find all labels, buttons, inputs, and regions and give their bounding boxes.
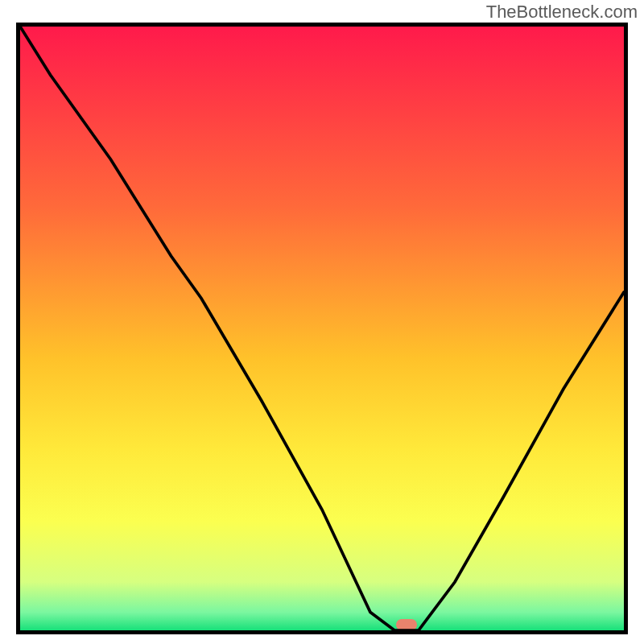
plot-area xyxy=(16,23,628,634)
bottleneck-curve xyxy=(20,27,624,630)
watermark-label: TheBottleneck.com xyxy=(486,2,638,23)
chart-container: TheBottleneck.com xyxy=(0,0,644,644)
